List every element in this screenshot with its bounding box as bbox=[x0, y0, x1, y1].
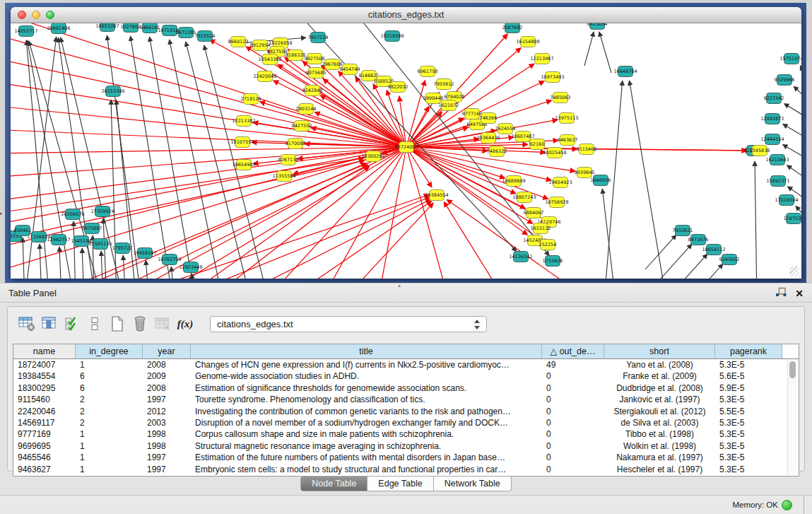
cell-in_degree[interactable]: 2 bbox=[76, 417, 143, 428]
cell-in_degree[interactable]: 2 bbox=[76, 394, 143, 405]
graph-node[interactable]: 7485063 bbox=[551, 93, 571, 103]
cell-out_degree[interactable]: 0 bbox=[542, 370, 604, 382]
graph-node[interactable]: 9170087 bbox=[286, 139, 306, 149]
cell-short[interactable]: Wolkin et al. (1998) bbox=[604, 440, 715, 452]
graph-node[interactable]: 9875685 bbox=[306, 68, 326, 78]
graph-node[interactable]: 13975115 bbox=[555, 113, 578, 124]
column-header-name[interactable]: name bbox=[13, 344, 76, 358]
cell-out_degree[interactable]: 0 bbox=[542, 417, 604, 428]
cell-year[interactable]: 2012 bbox=[143, 406, 191, 417]
graph-node[interactable]: 9329966 bbox=[775, 75, 795, 86]
graph-node[interactable]: 1595838 bbox=[750, 146, 770, 156]
cell-year[interactable]: 2003 bbox=[143, 417, 191, 428]
graph-node[interactable]: 1733426 bbox=[543, 256, 563, 267]
graph-node[interactable]: 14055717 bbox=[14, 26, 37, 37]
zoom-window-button[interactable] bbox=[46, 11, 54, 19]
cell-title[interactable]: Estimation of the future numbers of pati… bbox=[191, 452, 542, 463]
cell-out_degree[interactable]: 0 bbox=[542, 452, 604, 463]
tab-network-table[interactable]: Network Table bbox=[434, 476, 512, 491]
graph-node[interactable]: 7955812 bbox=[434, 79, 454, 90]
table-row[interactable]: 1872400712008Changes of HCN gene express… bbox=[13, 359, 799, 370]
graph-node[interactable]: 10973493 bbox=[541, 72, 564, 83]
cell-short[interactable]: Jankovic et al. (1997) bbox=[604, 394, 715, 405]
graph-node[interactable]: 20153346 bbox=[101, 86, 124, 97]
cell-in_degree[interactable]: 1 bbox=[76, 464, 143, 475]
cell-year[interactable]: 2009 bbox=[143, 370, 191, 382]
cell-short[interactable]: de Silva et al. (2003) bbox=[604, 417, 715, 428]
cell-title[interactable]: Changes of HCN gene expression and I(f) … bbox=[191, 359, 542, 370]
cell-name[interactable]: 14569117 bbox=[13, 417, 76, 428]
cell-title[interactable]: Corpus callosum shape and size in male p… bbox=[191, 428, 542, 440]
graph-node[interactable]: 7932621 bbox=[673, 226, 693, 236]
graph-node[interactable]: 20691406 bbox=[47, 23, 70, 34]
cell-pagerank[interactable]: 5.3E-5 bbox=[715, 452, 782, 463]
cell-pagerank[interactable]: 5.3E-5 bbox=[715, 464, 782, 475]
cell-pagerank[interactable]: 5.5E-5 bbox=[715, 406, 782, 417]
graph-node[interactable]: 19218586 bbox=[380, 31, 404, 42]
graph-node[interactable]: 9115460 bbox=[577, 144, 597, 155]
graph-node[interactable]: 1624554 bbox=[495, 124, 516, 134]
cell-year[interactable]: 1998 bbox=[143, 428, 191, 440]
column-header-out_degree[interactable]: △ out_de… bbox=[542, 344, 604, 358]
graph-node[interactable]: 15692371 bbox=[766, 176, 789, 187]
table-selector-dropdown[interactable]: citations_edges.txt bbox=[210, 316, 487, 332]
select-columns-icon[interactable] bbox=[40, 315, 59, 333]
graph-node[interactable]: 10653287 bbox=[95, 23, 119, 32]
cell-year[interactable]: 1998 bbox=[143, 440, 191, 452]
cell-title[interactable]: Embryonic stem cells: a model to study s… bbox=[191, 464, 542, 475]
splitter-grip[interactable]: ▴ bbox=[398, 282, 401, 288]
panel-collapse-mark[interactable]: ▸ bbox=[0, 211, 3, 216]
graph-node[interactable]: 7515524 bbox=[195, 31, 216, 42]
graph-node[interactable]: 19654903 bbox=[232, 160, 255, 170]
graph-node[interactable]: 1167533 bbox=[784, 214, 801, 224]
cell-title[interactable]: Genome-wide association studies in ADHD. bbox=[191, 370, 542, 382]
graph-node[interactable]: 7486322 bbox=[487, 146, 507, 157]
graph-node[interactable]: 8660123 bbox=[228, 37, 249, 47]
graph-node[interactable]: 850461 bbox=[14, 226, 32, 236]
cell-short[interactable]: Tibbo et al. (1998) bbox=[604, 428, 715, 440]
table-row[interactable]: 969969511998Structural magnetic resonanc… bbox=[13, 440, 799, 452]
graph-node[interactable]: 9939845 bbox=[575, 168, 595, 178]
cell-short[interactable]: Franke et al. (2009) bbox=[604, 370, 715, 382]
cell-out_degree[interactable]: 0 bbox=[542, 464, 604, 475]
cell-short[interactable]: Yano et al. (2008) bbox=[604, 359, 715, 370]
cell-in_degree[interactable]: 1 bbox=[76, 359, 143, 370]
graph-node[interactable]: 16648784 bbox=[613, 66, 637, 77]
delete-table-icon[interactable] bbox=[131, 315, 149, 333]
cell-pagerank[interactable]: 5.3E-5 bbox=[715, 428, 782, 440]
graph-node[interactable]: 19384554 bbox=[425, 190, 448, 201]
cell-out_degree[interactable]: 49 bbox=[542, 359, 604, 370]
cell-year[interactable]: 2008 bbox=[143, 359, 191, 370]
graph-node[interactable]: 1527602 bbox=[121, 23, 141, 33]
graph-node[interactable]: 6466161 bbox=[140, 23, 160, 33]
minimize-window-button[interactable] bbox=[32, 11, 40, 19]
cell-name[interactable]: 22420046 bbox=[13, 406, 76, 417]
graph-node[interactable]: 1545194 bbox=[71, 236, 92, 247]
cell-pagerank[interactable]: 5.3E-5 bbox=[715, 440, 782, 452]
cell-title[interactable]: Disruption of a novel member of a sodium… bbox=[191, 417, 542, 428]
cell-name[interactable]: 9463627 bbox=[13, 464, 76, 475]
tab-node-table[interactable]: Node Table bbox=[300, 476, 367, 491]
graph-node[interactable]: 9884067 bbox=[524, 208, 544, 218]
graph-node[interactable]: 1621072 bbox=[439, 100, 459, 111]
graph-node[interactable]: 17359924 bbox=[90, 206, 114, 217]
graph-node[interactable]: 1615132 bbox=[531, 223, 551, 234]
graph-node[interactable]: 16782759 bbox=[158, 255, 181, 265]
cell-short[interactable]: Stergiakouli et al. (2012) bbox=[604, 406, 715, 417]
graph-node[interactable]: 15751074 bbox=[779, 54, 801, 64]
cell-name[interactable]: 9115460 bbox=[13, 394, 76, 405]
graph-node[interactable]: 9671385 bbox=[176, 28, 196, 38]
table-row[interactable]: 1456911722003Disruption of a novel membe… bbox=[13, 417, 799, 428]
float-panel-icon[interactable] bbox=[775, 287, 787, 300]
close-panel-icon[interactable]: ✕ bbox=[795, 288, 804, 299]
cell-out_degree[interactable]: 0 bbox=[542, 406, 604, 417]
table-row[interactable]: 2242004622012Investigating the contribut… bbox=[13, 406, 799, 417]
graph-node[interactable]: 9242848 bbox=[302, 86, 323, 96]
cell-name[interactable]: 9777169 bbox=[13, 428, 76, 440]
column-header-pagerank[interactable]: pagerank bbox=[715, 344, 782, 358]
cell-name[interactable]: 18300295 bbox=[13, 382, 76, 394]
cell-name[interactable]: 19384554 bbox=[13, 370, 76, 382]
graph-node[interactable]: 2087682 bbox=[502, 23, 523, 33]
close-window-button[interactable] bbox=[18, 11, 26, 19]
graph-node[interactable]: 8813054 bbox=[587, 23, 608, 30]
